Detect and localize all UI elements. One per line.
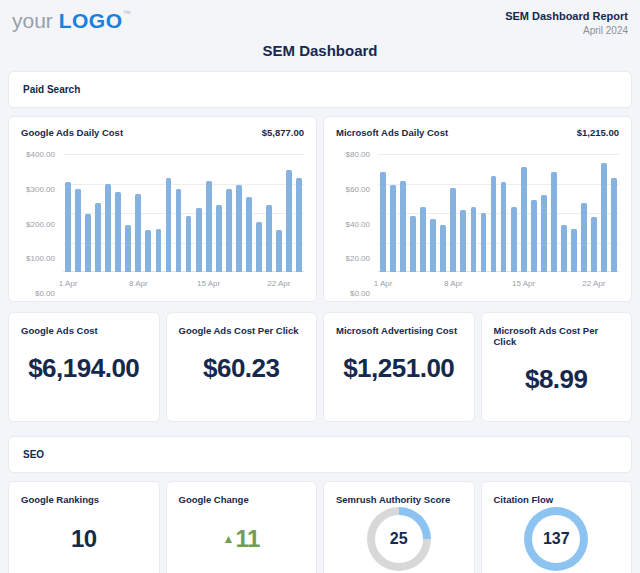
- bar-18 Apr: [236, 185, 242, 272]
- bar-2 Apr: [75, 189, 81, 272]
- seo-card-content: 10: [21, 505, 147, 573]
- kpi-value: $1,251.00: [336, 353, 462, 384]
- trademark-symbol: ™: [123, 9, 131, 18]
- bar-slot: [428, 154, 438, 272]
- bar-2 Apr: [390, 185, 396, 272]
- bar-slot: [489, 154, 499, 272]
- donut-hole: 25: [375, 515, 423, 563]
- bar-8 Apr: [450, 188, 456, 272]
- authority-score-value: 25: [390, 530, 408, 548]
- kpi-value: $8.99: [494, 364, 620, 395]
- y-tick-label: $0.00: [35, 289, 55, 298]
- bar-13 Apr: [501, 182, 507, 272]
- bar-slot: [224, 154, 234, 272]
- bar-21 Apr: [581, 203, 587, 272]
- kpi-label: Microsoft Ads Cost Per Click: [494, 325, 620, 347]
- seo-card-content: 25: [336, 505, 462, 573]
- bar-slot: [93, 154, 103, 272]
- bar-slot: [103, 154, 113, 272]
- up-triangle-icon: ▲: [223, 533, 235, 545]
- y-tick-label: $40.00: [346, 219, 370, 228]
- bar-15 Apr: [521, 167, 527, 272]
- google-rankings-card: Google Rankings 10: [8, 481, 160, 573]
- logo-your-text: your: [12, 9, 53, 32]
- plot: [63, 154, 304, 272]
- bar-11 Apr: [481, 213, 487, 272]
- bar-13 Apr: [186, 216, 192, 272]
- kpi-google-ads-cpc: Google Ads Cost Per Click $60.23: [166, 312, 318, 422]
- google-change-value: 11: [236, 525, 260, 553]
- bar-slot: [294, 154, 304, 272]
- kpi-label: Google Ads Cost: [21, 325, 147, 336]
- chart-title: Microsoft Ads Daily Cost: [336, 127, 448, 138]
- chart-header: Microsoft Ads Daily Cost $1,215.00: [336, 127, 619, 138]
- bar-slot: [194, 154, 204, 272]
- bar-slot: [204, 154, 214, 272]
- bar-22 Apr: [591, 217, 597, 272]
- bar-slot: [438, 154, 448, 272]
- kpi-row: Google Ads Cost $6,194.00 Google Ads Cos…: [8, 312, 632, 422]
- bar-slot: [73, 154, 83, 272]
- bar-10 Apr: [156, 229, 162, 272]
- bar-23 Apr: [601, 163, 607, 272]
- bar-slot: [63, 154, 73, 272]
- logo-brand-text: LOGO: [59, 9, 123, 32]
- bar-4 Apr: [410, 216, 416, 272]
- plot-area: 1 Apr8 Apr15 Apr22 Apr: [63, 154, 304, 293]
- bar-slot: [284, 154, 294, 272]
- bar-12 Apr: [491, 176, 497, 272]
- y-axis: $400.00$300.00$200.00$100.00$0.00: [21, 154, 63, 293]
- bar-21 Apr: [266, 205, 272, 272]
- page-title: SEM Dashboard: [8, 42, 632, 59]
- bars: [63, 154, 304, 272]
- bar-1 Apr: [380, 172, 386, 272]
- kpi-google-ads-cost: Google Ads Cost $6,194.00: [8, 312, 160, 422]
- chart-total: $1,215.00: [577, 127, 619, 138]
- bar-4 Apr: [95, 203, 101, 272]
- seo-card-content: ▲ 11: [179, 505, 305, 573]
- y-tick-label: $300.00: [26, 184, 55, 193]
- seo-card-label: Citation Flow: [494, 494, 620, 505]
- bar-11 Apr: [166, 178, 172, 272]
- bar-23 Apr: [286, 170, 292, 272]
- bar-slot: [133, 154, 143, 272]
- bar-16 Apr: [531, 200, 537, 272]
- bar-15 Apr: [206, 181, 212, 272]
- bar-24 Apr: [611, 178, 617, 272]
- seo-card-label: Google Change: [179, 494, 305, 505]
- y-tick-label: $100.00: [26, 254, 55, 263]
- citation-flow-card: Citation Flow 137: [481, 481, 633, 573]
- bar-1 Apr: [65, 182, 71, 272]
- kpi-label: Google Ads Cost Per Click: [179, 325, 305, 336]
- bar-slot: [123, 154, 133, 272]
- bar-18 Apr: [551, 172, 557, 272]
- authority-score-donut-chart: 25: [367, 507, 431, 571]
- bar-17 Apr: [226, 189, 232, 272]
- bar-6 Apr: [430, 219, 436, 272]
- y-tick-label: $0.00: [350, 289, 370, 298]
- bar-8 Apr: [135, 194, 141, 272]
- bar-14 Apr: [511, 207, 517, 272]
- bar-12 Apr: [176, 189, 182, 272]
- bar-20 Apr: [256, 222, 262, 272]
- semrush-authority-score-card: Semrush Authority Score 25: [323, 481, 475, 573]
- bar-slot: [609, 154, 619, 272]
- chart-title: Google Ads Daily Cost: [21, 127, 123, 138]
- chart-total: $5,877.00: [262, 127, 304, 138]
- plot-area: 1 Apr8 Apr15 Apr22 Apr: [378, 154, 619, 293]
- x-tick-label: 1 Apr: [374, 279, 393, 288]
- bar-19 Apr: [246, 197, 252, 272]
- bar-slot: [589, 154, 599, 272]
- microsoft-ads-daily-cost-chart: $80.00$60.00$40.00$20.00$0.001 Apr8 Apr1…: [336, 154, 619, 293]
- google-change-card: Google Change ▲ 11: [166, 481, 318, 573]
- bars: [378, 154, 619, 272]
- section-paid-search: Paid Search: [8, 71, 632, 108]
- bar-slot: [499, 154, 509, 272]
- bar-slot: [174, 154, 184, 272]
- bar-9 Apr: [145, 230, 151, 272]
- kpi-value: $60.23: [179, 353, 305, 384]
- bar-slot: [418, 154, 428, 272]
- x-tick-label: 22 Apr: [267, 279, 290, 288]
- bar-slot: [559, 154, 569, 272]
- bar-slot: [184, 154, 194, 272]
